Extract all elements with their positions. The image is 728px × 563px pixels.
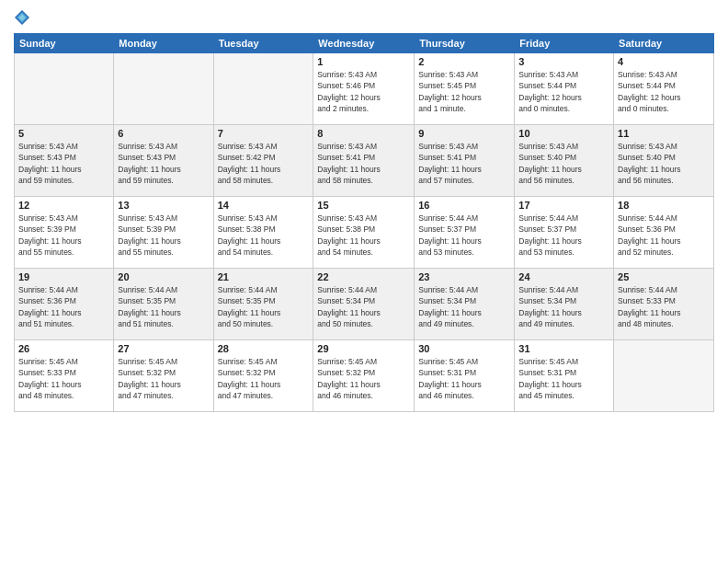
calendar-cell: 27Sunrise: 5:45 AM Sunset: 5:32 PM Dayli… [114,340,213,412]
calendar-cell: 30Sunrise: 5:45 AM Sunset: 5:31 PM Dayli… [415,340,515,412]
day-info: Sunrise: 5:44 AM Sunset: 5:36 PM Dayligh… [618,213,710,258]
day-info: Sunrise: 5:45 AM Sunset: 5:32 PM Dayligh… [317,356,410,401]
day-info: Sunrise: 5:43 AM Sunset: 5:38 PM Dayligh… [218,213,310,258]
day-number: 15 [317,200,410,211]
day-number: 18 [618,200,710,211]
day-number: 7 [218,128,310,139]
calendar-cell: 24Sunrise: 5:44 AM Sunset: 5:34 PM Dayli… [515,269,614,340]
calendar-cell: 15Sunrise: 5:43 AM Sunset: 5:38 PM Dayli… [313,197,415,269]
weekday-header-sunday: Sunday [15,34,114,53]
week-row-2: 5Sunrise: 5:43 AM Sunset: 5:43 PM Daylig… [15,125,714,197]
day-info: Sunrise: 5:43 AM Sunset: 5:43 PM Dayligh… [18,141,109,186]
calendar-cell: 31Sunrise: 5:45 AM Sunset: 5:31 PM Dayli… [515,340,614,412]
day-number: 20 [118,271,209,282]
day-info: Sunrise: 5:45 AM Sunset: 5:31 PM Dayligh… [418,356,510,401]
week-row-1: 1Sunrise: 5:43 AM Sunset: 5:46 PM Daylig… [15,53,714,125]
day-info: Sunrise: 5:44 AM Sunset: 5:33 PM Dayligh… [618,284,710,329]
day-number: 21 [218,271,310,282]
week-row-4: 19Sunrise: 5:44 AM Sunset: 5:36 PM Dayli… [15,269,714,340]
day-number: 13 [118,200,209,211]
calendar-cell: 8Sunrise: 5:43 AM Sunset: 5:41 PM Daylig… [313,125,415,197]
day-info: Sunrise: 5:43 AM Sunset: 5:41 PM Dayligh… [418,141,510,186]
logo [14,9,32,26]
week-row-5: 26Sunrise: 5:45 AM Sunset: 5:33 PM Dayli… [15,340,714,412]
day-number: 28 [218,343,310,354]
day-info: Sunrise: 5:43 AM Sunset: 5:41 PM Dayligh… [317,141,410,186]
calendar-cell: 22Sunrise: 5:44 AM Sunset: 5:34 PM Dayli… [313,269,415,340]
calendar-cell [614,340,714,412]
day-number: 19 [18,271,109,282]
calendar: SundayMondayTuesdayWednesdayThursdayFrid… [14,33,714,412]
calendar-cell: 26Sunrise: 5:45 AM Sunset: 5:33 PM Dayli… [15,340,114,412]
day-number: 11 [618,128,710,139]
calendar-cell: 2Sunrise: 5:43 AM Sunset: 5:45 PM Daylig… [415,53,515,125]
day-number: 23 [418,271,510,282]
calendar-cell: 12Sunrise: 5:43 AM Sunset: 5:39 PM Dayli… [15,197,114,269]
day-number: 16 [418,200,510,211]
calendar-cell: 16Sunrise: 5:44 AM Sunset: 5:37 PM Dayli… [415,197,515,269]
day-number: 25 [618,271,710,282]
day-info: Sunrise: 5:44 AM Sunset: 5:34 PM Dayligh… [317,284,410,329]
day-number: 31 [518,343,609,354]
calendar-cell: 23Sunrise: 5:44 AM Sunset: 5:34 PM Dayli… [415,269,515,340]
calendar-cell: 3Sunrise: 5:43 AM Sunset: 5:44 PM Daylig… [515,53,614,125]
logo-icon [14,9,30,26]
day-info: Sunrise: 5:43 AM Sunset: 5:45 PM Dayligh… [418,69,510,114]
day-info: Sunrise: 5:45 AM Sunset: 5:31 PM Dayligh… [518,356,609,401]
day-info: Sunrise: 5:43 AM Sunset: 5:44 PM Dayligh… [618,69,710,114]
weekday-header-row: SundayMondayTuesdayWednesdayThursdayFrid… [15,34,714,53]
day-info: Sunrise: 5:43 AM Sunset: 5:39 PM Dayligh… [118,213,209,258]
calendar-cell: 19Sunrise: 5:44 AM Sunset: 5:36 PM Dayli… [15,269,114,340]
day-number: 1 [317,56,410,67]
calendar-cell [213,53,313,125]
day-info: Sunrise: 5:43 AM Sunset: 5:40 PM Dayligh… [618,141,710,186]
page: SundayMondayTuesdayWednesdayThursdayFrid… [0,0,728,563]
day-info: Sunrise: 5:43 AM Sunset: 5:42 PM Dayligh… [218,141,310,186]
day-info: Sunrise: 5:43 AM Sunset: 5:40 PM Dayligh… [518,141,609,186]
day-number: 8 [317,128,410,139]
day-info: Sunrise: 5:43 AM Sunset: 5:44 PM Dayligh… [518,69,609,114]
day-info: Sunrise: 5:45 AM Sunset: 5:32 PM Dayligh… [118,356,209,401]
day-number: 14 [218,200,310,211]
day-info: Sunrise: 5:44 AM Sunset: 5:34 PM Dayligh… [518,284,609,329]
calendar-cell: 25Sunrise: 5:44 AM Sunset: 5:33 PM Dayli… [614,269,714,340]
calendar-cell: 21Sunrise: 5:44 AM Sunset: 5:35 PM Dayli… [213,269,313,340]
calendar-cell: 13Sunrise: 5:43 AM Sunset: 5:39 PM Dayli… [114,197,213,269]
day-number: 2 [418,56,510,67]
calendar-cell [15,53,114,125]
day-info: Sunrise: 5:44 AM Sunset: 5:34 PM Dayligh… [418,284,510,329]
day-number: 6 [118,128,209,139]
calendar-cell [114,53,213,125]
day-info: Sunrise: 5:45 AM Sunset: 5:33 PM Dayligh… [18,356,109,401]
day-info: Sunrise: 5:44 AM Sunset: 5:35 PM Dayligh… [218,284,310,329]
weekday-header-monday: Monday [114,34,213,53]
day-number: 29 [317,343,410,354]
calendar-cell: 10Sunrise: 5:43 AM Sunset: 5:40 PM Dayli… [515,125,614,197]
day-number: 26 [18,343,109,354]
calendar-cell: 18Sunrise: 5:44 AM Sunset: 5:36 PM Dayli… [614,197,714,269]
day-info: Sunrise: 5:44 AM Sunset: 5:35 PM Dayligh… [118,284,209,329]
weekday-header-saturday: Saturday [614,34,714,53]
day-number: 27 [118,343,209,354]
day-number: 30 [418,343,510,354]
calendar-cell: 20Sunrise: 5:44 AM Sunset: 5:35 PM Dayli… [114,269,213,340]
day-number: 17 [518,200,609,211]
day-number: 3 [518,56,609,67]
day-number: 5 [18,128,109,139]
calendar-cell: 29Sunrise: 5:45 AM Sunset: 5:32 PM Dayli… [313,340,415,412]
calendar-cell: 9Sunrise: 5:43 AM Sunset: 5:41 PM Daylig… [415,125,515,197]
day-info: Sunrise: 5:44 AM Sunset: 5:36 PM Dayligh… [18,284,109,329]
calendar-cell: 11Sunrise: 5:43 AM Sunset: 5:40 PM Dayli… [614,125,714,197]
calendar-cell: 14Sunrise: 5:43 AM Sunset: 5:38 PM Dayli… [213,197,313,269]
day-number: 9 [418,128,510,139]
calendar-cell: 28Sunrise: 5:45 AM Sunset: 5:32 PM Dayli… [213,340,313,412]
day-number: 24 [518,271,609,282]
calendar-cell: 17Sunrise: 5:44 AM Sunset: 5:37 PM Dayli… [515,197,614,269]
day-info: Sunrise: 5:44 AM Sunset: 5:37 PM Dayligh… [418,213,510,258]
day-info: Sunrise: 5:44 AM Sunset: 5:37 PM Dayligh… [518,213,609,258]
day-info: Sunrise: 5:43 AM Sunset: 5:43 PM Dayligh… [118,141,209,186]
day-number: 4 [618,56,710,67]
calendar-cell: 1Sunrise: 5:43 AM Sunset: 5:46 PM Daylig… [313,53,415,125]
weekday-header-friday: Friday [515,34,614,53]
weekday-header-wednesday: Wednesday [313,34,415,53]
